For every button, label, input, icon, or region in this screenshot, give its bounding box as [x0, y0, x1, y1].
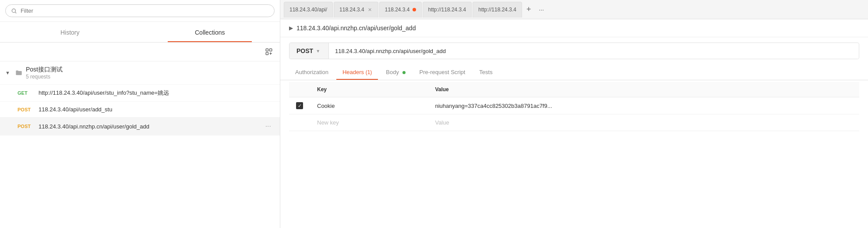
- tab-label: http://118.24.3.4: [478, 7, 516, 13]
- dropdown-arrow-icon: ▼: [316, 49, 320, 53]
- list-item[interactable]: POST 118.24.3.40/api/user/add_stu: [0, 102, 280, 118]
- close-tab-icon[interactable]: ✕: [367, 7, 373, 13]
- tab-tests[interactable]: Tests: [473, 64, 498, 80]
- search-icon: [11, 8, 17, 14]
- body-dot: [402, 71, 406, 74]
- row-checkbox-cell-new: [289, 114, 310, 131]
- chevron-down-icon: ▼: [5, 70, 10, 75]
- checkbox-checked[interactable]: [296, 102, 303, 109]
- col-key-header: Key: [310, 82, 428, 97]
- svg-line-1: [15, 12, 17, 13]
- new-key-placeholder: New key: [317, 119, 339, 126]
- collections-toolbar: [0, 43, 280, 61]
- method-label: POST: [296, 47, 313, 54]
- tab-headers[interactable]: Headers (1): [336, 64, 378, 80]
- request-tabs-bar: 118.24.3.40/api/ 118.24.3.4 ✕ 118.24.3.4…: [280, 0, 868, 19]
- request-url: 118.24.3.40/api.nnzhp.cn/api/user/gold_a…: [39, 123, 259, 130]
- expand-icon: ▶: [289, 25, 293, 31]
- collection-subtitle: 5 requests: [26, 74, 63, 80]
- tab-label: http://118.24.3.4: [428, 7, 466, 13]
- search-bar: [0, 0, 280, 22]
- method-select[interactable]: POST ▼: [289, 43, 329, 59]
- collection-group[interactable]: ▼ Post接口测试 5 requests: [0, 61, 280, 85]
- tab-label: 118.24.3.40/api/: [289, 7, 327, 13]
- request-tab[interactable]: 118.24.3.4: [379, 2, 422, 18]
- collection-info: Post接口测试 5 requests: [26, 66, 63, 80]
- tab-collections[interactable]: Collections: [140, 22, 280, 42]
- tab-history[interactable]: History: [0, 22, 140, 42]
- more-options-button[interactable]: ···: [264, 122, 273, 131]
- svg-rect-4: [266, 53, 268, 55]
- row-checkbox-cell: [289, 97, 310, 114]
- tabs-row: History Collections: [0, 22, 280, 43]
- request-title-bar: ▶ 118.24.3.40/api.nnzhp.cn/api/user/gold…: [280, 19, 868, 37]
- value-cell[interactable]: niuhanyang=337ca4cc825302b3a8791ac7f9...: [428, 97, 859, 114]
- tab-authorization[interactable]: Authorization: [289, 64, 335, 80]
- request-title: 118.24.3.40/api.nnzhp.cn/api/user/gold_a…: [296, 25, 416, 32]
- headers-count-badge: (1): [366, 69, 372, 75]
- table-row-new: New key Value: [289, 114, 859, 131]
- col-checkbox-header: [289, 82, 310, 97]
- request-tab[interactable]: http://118.24.3.4: [423, 2, 472, 18]
- method-badge-post: POST: [18, 107, 34, 112]
- method-url-bar: POST ▼: [289, 43, 859, 59]
- search-input-wrapper: [5, 4, 275, 17]
- filter-input[interactable]: [21, 7, 269, 14]
- method-badge-post: POST: [18, 124, 34, 129]
- request-tab[interactable]: 118.24.3.4 ✕: [334, 2, 378, 18]
- request-tab[interactable]: http://118.24.3.4: [473, 2, 522, 18]
- add-collection-button[interactable]: [263, 46, 275, 57]
- value-placeholder: Value: [435, 119, 449, 126]
- url-input[interactable]: [329, 43, 859, 59]
- request-list: GET http://118.24.3.40/api/user/stu_info…: [0, 85, 280, 135]
- tab-label: 118.24.3.4: [339, 7, 364, 13]
- list-item[interactable]: GET http://118.24.3.40/api/user/stu_info…: [0, 85, 280, 102]
- request-url: http://118.24.3.40/api/user/stu_info?stu…: [39, 89, 273, 97]
- svg-point-0: [12, 9, 15, 12]
- add-collection-icon: [265, 48, 273, 56]
- svg-rect-3: [270, 49, 272, 51]
- new-value-cell[interactable]: Value: [428, 114, 859, 131]
- request-url: 118.24.3.40/api/user/add_stu: [39, 106, 273, 113]
- collection-name: Post接口测试: [26, 66, 63, 74]
- folder-icon: [15, 69, 22, 76]
- tab-pre-request-script[interactable]: Pre-request Script: [413, 64, 472, 80]
- left-panel: History Collections ▼ Post接口测试 5 request…: [0, 0, 280, 228]
- new-key-cell[interactable]: New key: [310, 114, 428, 131]
- list-item[interactable]: POST 118.24.3.40/api.nnzhp.cn/api/user/g…: [0, 118, 280, 135]
- tab-body[interactable]: Body: [380, 64, 411, 80]
- add-tab-button[interactable]: +: [523, 3, 535, 16]
- unsaved-dot: [413, 8, 416, 11]
- headers-table: Key Value Cookie niuhanyang=337: [289, 82, 859, 131]
- method-badge-get: GET: [18, 90, 34, 96]
- key-cell[interactable]: Cookie: [310, 97, 428, 114]
- right-panel: 118.24.3.40/api/ 118.24.3.4 ✕ 118.24.3.4…: [280, 0, 868, 228]
- request-tab[interactable]: 118.24.3.40/api/: [284, 2, 333, 18]
- request-section-tabs: Authorization Headers (1) Body Pre-reque…: [280, 64, 868, 80]
- tab-label: 118.24.3.4: [385, 7, 410, 13]
- more-tabs-button[interactable]: ···: [536, 4, 548, 15]
- svg-rect-2: [266, 49, 268, 51]
- headers-section: Key Value Cookie niuhanyang=337: [280, 80, 868, 228]
- table-row: Cookie niuhanyang=337ca4cc825302b3a8791a…: [289, 97, 859, 114]
- col-value-header: Value: [428, 82, 859, 97]
